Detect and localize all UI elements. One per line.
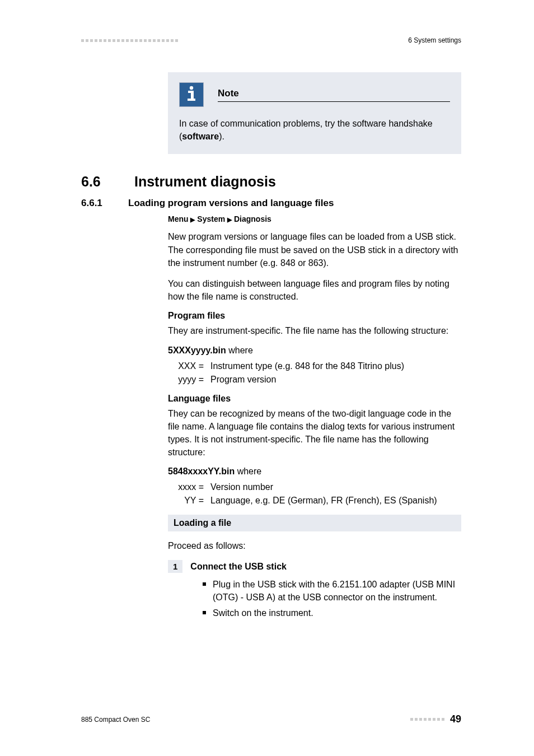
note-box: Note In case of communication problems, … [168, 72, 461, 154]
menupath-3: Diagnosis [234, 214, 271, 223]
section-num: 6.6 [81, 174, 115, 190]
note-text-bold: software [182, 132, 219, 141]
def-row: XXX = Instrument type (e.g. 848 for the … [178, 361, 461, 371]
paragraph: They are instrument-specific. The file n… [168, 324, 461, 337]
rule-left [81, 39, 178, 42]
note-title: Note [218, 88, 450, 102]
bullet-icon [203, 582, 206, 586]
footer-left: 885 Compact Oven SC [81, 716, 150, 724]
list-item: Plug in the USB stick with the 6.2151.10… [203, 578, 461, 604]
header-rule: 6 System settings [81, 36, 461, 44]
step: 1 Connect the USB stick Plug in the USB … [168, 560, 461, 619]
def-list: xxxx = Version number YY = Language, e.g… [178, 482, 461, 506]
footer-rule [410, 718, 444, 721]
subsection-num: 6.6.1 [81, 198, 115, 209]
filename-bold: 5848xxxxYY.bin [168, 466, 235, 476]
program-files-heading: Program files [168, 311, 461, 321]
section-heading: 6.6 Instrument diagnosis [81, 174, 461, 190]
def-key: YY = [178, 496, 204, 506]
def-val: Version number [210, 482, 273, 492]
step-title: Connect the USB stick [190, 562, 287, 572]
menu-path: Menu ▶ System ▶ Diagnosis [168, 214, 461, 223]
svg-rect-3 [188, 99, 195, 101]
info-glyph [185, 85, 198, 105]
bullet-icon [203, 611, 206, 614]
filename-where: where [235, 466, 261, 476]
def-row: yyyy = Program version [178, 375, 461, 385]
list-text: Plug in the USB stick with the 6.2151.10… [213, 578, 461, 604]
info-icon [179, 82, 204, 107]
svg-rect-2 [191, 91, 194, 100]
def-list: XXX = Instrument type (e.g. 848 for the … [178, 361, 461, 385]
subsection-heading: 6.6.1 Loading program versions and langu… [81, 198, 461, 209]
page-number: 49 [450, 713, 461, 725]
menu-sep-icon: ▶ [227, 216, 232, 223]
list-text: Switch on the instrument. [213, 607, 313, 619]
footer: 885 Compact Oven SC 49 [81, 713, 461, 725]
paragraph: You can distinguish between language fil… [168, 277, 461, 303]
filename-bold: 5XXXyyyy.bin [168, 346, 226, 355]
filename-pattern: 5XXXyyyy.bin where [168, 346, 461, 356]
subsection-title: Loading program versions and language fi… [128, 198, 334, 209]
section-title: Instrument diagnosis [134, 174, 276, 190]
def-val: Language, e.g. DE (German), FR (French),… [210, 496, 437, 506]
language-files-heading: Language files [168, 394, 461, 404]
def-key: XXX = [178, 361, 204, 371]
def-key: xxxx = [178, 482, 204, 492]
list-item: Switch on the instrument. [203, 607, 461, 619]
def-key: yyyy = [178, 375, 204, 385]
paragraph: New program versions or language files c… [168, 230, 461, 269]
step-number: 1 [168, 560, 182, 573]
menupath-1: Menu [168, 214, 189, 223]
def-val: Program version [210, 375, 276, 385]
menu-sep-icon: ▶ [190, 216, 195, 223]
paragraph: Proceed as follows: [168, 539, 461, 552]
def-row: xxxx = Version number [178, 482, 461, 492]
header-chapter: 6 System settings [408, 36, 461, 44]
def-val: Instrument type (e.g. 848 for the 848 Ti… [210, 361, 404, 371]
svg-point-0 [190, 86, 193, 89]
def-row: YY = Language, e.g. DE (German), FR (Fre… [178, 496, 461, 506]
note-text-post: ). [219, 132, 224, 141]
filename-pattern: 5848xxxxYY.bin where [168, 466, 461, 477]
filename-where: where [226, 346, 253, 355]
menupath-2: System [197, 214, 225, 223]
note-body: In case of communication problems, try t… [179, 117, 450, 143]
paragraph: They can be recognized by means of the t… [168, 407, 461, 459]
loading-file-heading: Loading a file [168, 515, 461, 531]
